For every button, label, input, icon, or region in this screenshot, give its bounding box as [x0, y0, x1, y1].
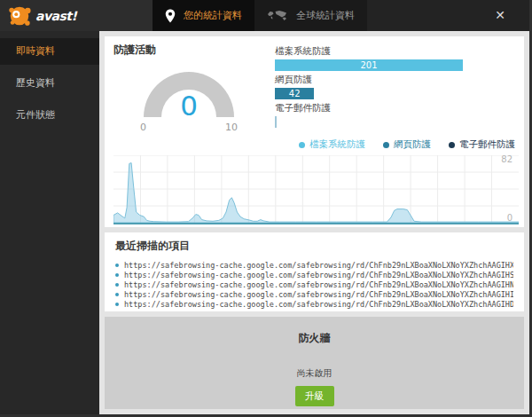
sidebar: 即時資料 歷史資料 元件狀態	[0, 31, 99, 414]
tab-label: 全球統計資料	[296, 9, 355, 22]
list-item: https://safebrowsing-cache.google.com/sa…	[115, 270, 513, 279]
legend-label: 網頁防護	[394, 138, 431, 151]
upgrade-button[interactable]: 升級	[295, 386, 334, 406]
sidebar-item-history-data[interactable]: 歷史資料	[0, 70, 99, 97]
bar-label: 檔案系統防護	[275, 45, 515, 58]
bullet-icon	[115, 303, 119, 306]
bullet-icon	[115, 264, 119, 267]
gauge-max-label: 10	[225, 122, 238, 133]
legend-item-email-shield: 電子郵件防護	[449, 138, 515, 151]
list-item: https://safebrowsing-cache.google.com/sa…	[115, 260, 513, 270]
activity-area-chart: 82 0	[113, 155, 515, 224]
email-shield-bar	[275, 116, 277, 128]
scanned-url: https://safebrowsing-cache.google.com/sa…	[124, 290, 513, 299]
activity-gauge: 0 0 10	[140, 72, 238, 133]
legend-item-file-system-shield: 檔案系統防護	[299, 138, 365, 151]
bullet-icon	[115, 273, 119, 277]
legend-dot-icon	[299, 142, 305, 148]
bar-row-file-system-shield: 檔案系統防護 201	[275, 45, 515, 71]
avast-statistics-window: avast! 您的統計資料 全球統計資料 ✕	[0, 0, 532, 417]
avast-logo-icon	[7, 4, 32, 28]
shield-bar-chart: 檔案系統防護 201 網頁防護 42 電子郵件防護	[264, 43, 515, 133]
scanned-url: https://safebrowsing-cache.google.com/sa…	[124, 271, 513, 279]
list-item: https://safebrowsing-cache.google.com/sa…	[115, 289, 513, 299]
protection-activity-title: 防護活動	[113, 43, 264, 58]
firewall-title: 防火牆	[299, 331, 331, 346]
bullet-icon	[115, 283, 119, 287]
sidebar-item-label: 元件狀態	[16, 109, 55, 121]
scanned-url-list: https://safebrowsing-cache.google.com/sa…	[115, 260, 513, 309]
gauge-value: 0	[144, 92, 234, 120]
logo-wordmark: avast!	[35, 9, 76, 23]
main-content: 防護活動 0 0 10	[99, 31, 529, 414]
sidebar-item-realtime-data[interactable]: 即時資料	[0, 38, 99, 65]
bar-label: 網頁防護	[275, 74, 515, 86]
location-pin-icon	[165, 9, 176, 23]
tab-your-statistics[interactable]: 您的統計資料	[153, 0, 254, 31]
gauge-min-label: 0	[140, 122, 146, 133]
chart-legend: 檔案系統防護 網頁防護 電子郵件防護	[113, 138, 515, 151]
tab-global-statistics[interactable]: 全球統計資料	[254, 0, 367, 31]
avast-logo: avast!	[0, 0, 153, 31]
window-body: 即時資料 歷史資料 元件狀態 防護活動	[0, 31, 529, 414]
y-axis-max-label: 82	[501, 154, 512, 164]
legend-item-web-shield: 網頁防護	[383, 138, 431, 151]
list-item: https://safebrowsing-cache.google.com/sa…	[115, 299, 513, 309]
sidebar-item-label: 歷史資料	[16, 77, 55, 89]
firewall-status: 尚未啟用	[297, 367, 332, 380]
sidebar-item-label: 即時資料	[16, 45, 55, 57]
titlebar: avast! 您的統計資料 全球統計資料 ✕	[0, 0, 529, 31]
top-tabs: 您的統計資料 全球統計資料	[153, 0, 367, 31]
world-map-icon	[267, 10, 288, 21]
bar-label: 電子郵件防護	[275, 102, 515, 114]
bar-row-web-shield: 網頁防護 42	[275, 74, 515, 99]
legend-dot-icon	[383, 142, 389, 148]
file-system-shield-bar: 201	[275, 59, 463, 71]
scanned-url: https://safebrowsing-cache.google.com/sa…	[124, 280, 513, 289]
tab-label: 您的統計資料	[184, 9, 242, 22]
legend-dot-icon	[449, 142, 455, 148]
web-shield-bar: 42	[275, 88, 314, 99]
scanned-url: https://safebrowsing-cache.google.com/sa…	[124, 261, 513, 270]
y-axis-min-label: 0	[507, 213, 512, 223]
close-icon[interactable]: ✕	[492, 7, 508, 23]
legend-label: 電子郵件防護	[459, 138, 515, 151]
protection-activity-card: 防護活動 0 0 10	[105, 36, 524, 227]
legend-label: 檔案系統防護	[309, 138, 365, 151]
recently-scanned-title: 最近掃描的項目	[115, 239, 513, 254]
list-item: https://safebrowsing-cache.google.com/sa…	[115, 279, 513, 289]
bullet-icon	[115, 293, 119, 296]
sidebar-item-component-status[interactable]: 元件狀態	[0, 102, 99, 129]
bar-row-email-shield: 電子郵件防護	[275, 102, 515, 128]
firewall-panel: 防火牆 尚未啟用 升級	[105, 317, 524, 409]
scanned-url: https://safebrowsing-cache.google.com/sa…	[124, 300, 513, 309]
recently-scanned-card: 最近掃描的項目 https://safebrowsing-cache.googl…	[105, 232, 524, 311]
